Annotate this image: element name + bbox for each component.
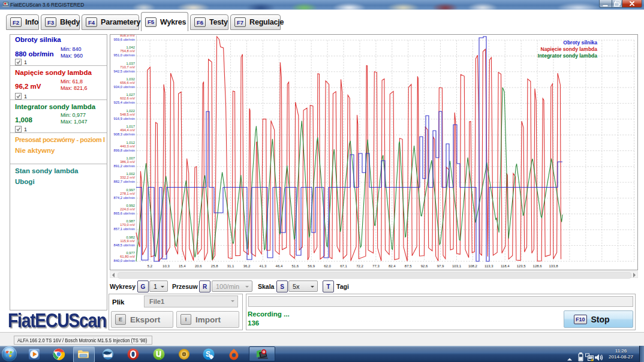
svg-text:5,2: 5,2: [148, 264, 153, 268]
svg-text:25,8: 25,8: [211, 264, 218, 268]
svg-text:386,3 mV: 386,3 mV: [120, 160, 135, 164]
svg-text:332,2 mV: 332,2 mV: [120, 176, 135, 179]
svg-text:56,9: 56,9: [308, 264, 315, 268]
svg-text:36,2: 36,2: [243, 264, 251, 268]
svg-text:754,8 mV: 754,8 mV: [120, 49, 135, 53]
svg-text:113,3: 113,3: [484, 264, 493, 268]
svg-text:548,5 mV: 548,5 mV: [120, 113, 135, 116]
svg-text:710,7 mV: 710,7 mV: [120, 65, 135, 69]
svg-text:128,6: 128,6: [533, 264, 543, 268]
svg-text:951,0 obr/min: 951,0 obr/min: [114, 53, 135, 57]
svg-text:41,3: 41,3: [260, 264, 267, 268]
svg-text:31,1: 31,1: [227, 264, 234, 268]
svg-text:82,4: 82,4: [389, 264, 396, 268]
svg-text:46,4: 46,4: [276, 264, 283, 268]
svg-text:942,5 obr/min: 942,5 obr/min: [114, 70, 135, 73]
svg-text:61,80 mV: 61,80 mV: [120, 255, 135, 258]
svg-text:10,3: 10,3: [162, 264, 170, 268]
svg-text:857,1 obr/min: 857,1 obr/min: [114, 227, 135, 231]
svg-text:899,8 obr/min: 899,8 obr/min: [114, 149, 135, 152]
svg-text:20,6: 20,6: [195, 264, 202, 268]
svg-text:108,2: 108,2: [468, 264, 478, 268]
svg-text:67,1: 67,1: [340, 264, 347, 268]
svg-text:103,1: 103,1: [452, 264, 462, 268]
svg-text:Napięcie sondy lambda: Napięcie sondy lambda: [541, 46, 598, 52]
svg-text:97,9: 97,9: [437, 264, 444, 268]
svg-text:925,4 obr/min: 925,4 obr/min: [114, 101, 135, 104]
svg-text:118,4: 118,4: [501, 264, 510, 268]
svg-text:15,4: 15,4: [179, 264, 186, 268]
svg-text:123,5: 123,5: [517, 264, 526, 268]
svg-text:934,0 obr/min: 934,0 obr/min: [114, 85, 135, 89]
svg-text:602,6 mV: 602,6 mV: [120, 96, 135, 100]
svg-text:51,6: 51,6: [291, 264, 299, 268]
svg-text:224,0 mV: 224,0 mV: [120, 207, 135, 211]
svg-text:874,2 obr/min: 874,2 obr/min: [114, 196, 135, 200]
svg-text:882,7 obr/min: 882,7 obr/min: [114, 180, 135, 183]
svg-text:133,8: 133,8: [549, 264, 558, 268]
svg-text:840,0 obr/min: 840,0 obr/min: [114, 259, 135, 263]
svg-text:494,4 mV: 494,4 mV: [120, 128, 135, 132]
svg-text:72,2: 72,2: [356, 264, 363, 268]
svg-text:865,6 obr/min: 865,6 obr/min: [114, 212, 135, 215]
svg-text:Obroty silnika: Obroty silnika: [563, 40, 597, 46]
svg-text:916,9 obr/min: 916,9 obr/min: [114, 117, 135, 120]
svg-text:170,0 mV: 170,0 mV: [120, 223, 135, 227]
svg-text:62,0: 62,0: [324, 264, 331, 268]
svg-text:959,6 obr/min: 959,6 obr/min: [114, 38, 135, 41]
svg-text:115,9 mV: 115,9 mV: [121, 239, 136, 243]
svg-text:87,5: 87,5: [405, 264, 412, 268]
svg-text:908,3 obr/min: 908,3 obr/min: [114, 132, 135, 136]
svg-text:Integrator sondy lambda: Integrator sondy lambda: [538, 53, 597, 59]
svg-text:77,3: 77,3: [372, 264, 380, 268]
svg-text:440,3 mV: 440,3 mV: [120, 144, 135, 148]
svg-text:891,2 obr/min: 891,2 obr/min: [114, 164, 135, 168]
svg-text:656,6 mV: 656,6 mV: [120, 81, 135, 85]
svg-text:278,1 mV: 278,1 mV: [120, 192, 135, 195]
svg-text:848,5 obr/min: 848,5 obr/min: [114, 243, 135, 247]
svg-text:808,9 mV: 808,9 mV: [120, 35, 135, 37]
svg-text:92,6: 92,6: [421, 264, 428, 268]
